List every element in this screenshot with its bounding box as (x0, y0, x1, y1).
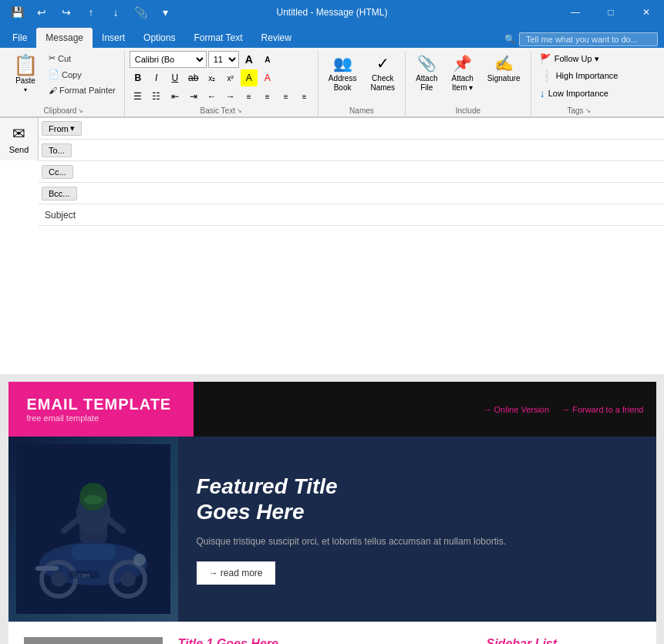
featured-desc: Quisque tristique suscipit orci, et lobo… (197, 534, 638, 549)
maximize-button[interactable]: □ (593, 0, 629, 25)
highlight-button[interactable]: A (241, 69, 258, 86)
format-painter-button[interactable]: 🖌 Format Painter (45, 83, 120, 97)
send-button[interactable]: ✉ Send (0, 118, 39, 160)
align-left-button[interactable]: ≡ (241, 88, 258, 105)
tab-options[interactable]: Options (134, 28, 184, 48)
cc-button[interactable]: Cc... (42, 165, 73, 179)
include-label: Include (410, 105, 526, 116)
basic-text-expander[interactable]: ↘ (237, 107, 242, 114)
numbering-button[interactable]: ☷ (148, 88, 165, 105)
attach-item-button[interactable]: 📌 AttachItem ▾ (446, 51, 478, 96)
font-name-select[interactable]: Calibri (Bo (130, 51, 207, 68)
redo-icon[interactable]: ↪ (56, 2, 77, 23)
bold-button[interactable]: B (130, 69, 147, 86)
check-names-label: CheckNames (370, 74, 395, 93)
subscript-button[interactable]: x₂ (204, 69, 221, 86)
ltr-button[interactable]: ← (204, 88, 221, 105)
bcc-input[interactable] (80, 185, 664, 202)
ribbon: 📋 Paste ▾ ✂ Cut 📄 Copy 🖌 Format (0, 48, 664, 117)
paste-button[interactable]: 📋 Paste ▾ (8, 51, 43, 97)
font-row-3: ☰ ☷ ⇤ ⇥ ← → ≡ ≡ ≡ ≡ (130, 88, 313, 105)
search-input[interactable] (519, 32, 658, 46)
bcc-label: Bcc... (49, 189, 70, 198)
attach-icon[interactable]: 📎 (130, 2, 151, 23)
featured-title: Featured TitleGoes Here (197, 474, 638, 525)
tab-message[interactable]: Message (36, 28, 93, 48)
paste-label: Paste (15, 76, 35, 85)
undo-icon[interactable]: ↩ (31, 2, 52, 23)
strikethrough-button[interactable]: ab (185, 69, 202, 86)
underline-button[interactable]: U (167, 69, 184, 86)
copy-button[interactable]: 📄 Copy (45, 67, 120, 82)
high-importance-button[interactable]: ❕ High Importance (536, 67, 622, 84)
to-button[interactable]: To... (42, 143, 72, 157)
align-right-button[interactable]: ≡ (278, 88, 295, 105)
email-header-links: Online Version Forward to a friend (194, 382, 656, 437)
featured-image: CBR (8, 437, 178, 622)
featured-content: Featured TitleGoes Here Quisque tristiqu… (178, 437, 656, 622)
cc-input[interactable] (76, 164, 664, 180)
basic-text-label: Basic Text ↘ (130, 105, 313, 116)
bullets-button[interactable]: ☰ (130, 88, 147, 105)
from-input[interactable] (85, 120, 664, 137)
signature-button[interactable]: ✍ Signature (482, 51, 526, 86)
tab-bar: File Message Insert Options Format Text … (0, 25, 664, 48)
names-content: 👥 AddressBook ✓ CheckNames (323, 51, 400, 105)
font-row-1: Calibri (Bo 11 A A (130, 51, 276, 68)
attach-file-button[interactable]: 📎 AttachFile (410, 51, 443, 96)
cut-button[interactable]: ✂ Cut (45, 51, 120, 66)
to-input[interactable] (75, 142, 664, 159)
clipboard-expander[interactable]: ↘ (78, 107, 83, 114)
send-label: Send (9, 145, 29, 154)
follow-up-label: Follow Up ▾ (554, 54, 599, 64)
bcc-button[interactable]: Bcc... (42, 187, 77, 201)
clipboard-label: Clipboard ↘ (8, 105, 120, 116)
svg-text:CBR: CBR (78, 573, 89, 578)
low-importance-button[interactable]: ↓ Low Importance (536, 85, 612, 102)
check-names-button[interactable]: ✓ CheckNames (365, 51, 400, 96)
clipboard-group: 📋 Paste ▾ ✂ Cut 📄 Copy 🖌 Format (3, 51, 125, 116)
tab-file[interactable]: File (3, 28, 36, 48)
save-icon[interactable]: 💾 (6, 2, 28, 23)
attach-item-label: AttachItem ▾ (451, 74, 473, 93)
read-more-button[interactable]: → read more (197, 561, 275, 585)
svg-rect-17 (24, 637, 163, 644)
follow-up-button[interactable]: 🚩 Follow Up ▾ (536, 51, 603, 66)
minimize-button[interactable]: — (558, 0, 593, 25)
superscript-button[interactable]: x² (222, 69, 239, 86)
close-button[interactable]: ✕ (629, 0, 664, 25)
italic-button[interactable]: I (148, 69, 165, 86)
subject-input[interactable] (100, 207, 664, 224)
increase-indent-button[interactable]: ⇥ (185, 88, 202, 105)
from-button[interactable]: From ▾ (42, 121, 82, 136)
font-size-select[interactable]: 11 (208, 51, 239, 68)
basic-text-content: Calibri (Bo 11 A A B I U ab x₂ x² A (130, 51, 313, 105)
svg-point-3 (84, 495, 103, 504)
more-icon[interactable]: ▾ (154, 2, 176, 23)
online-version-link[interactable]: Online Version (484, 405, 550, 414)
tab-review[interactable]: Review (252, 28, 301, 48)
justify-button[interactable]: ≡ (296, 88, 313, 105)
to-row: To... (39, 140, 664, 161)
address-book-button[interactable]: 👥 AddressBook (323, 51, 362, 96)
tab-insert[interactable]: Insert (93, 28, 134, 48)
address-book-icon: 👥 (333, 54, 352, 72)
include-group: 📎 AttachFile 📌 AttachItem ▾ ✍ Signature … (406, 51, 531, 116)
font-color-button[interactable]: A (259, 69, 276, 86)
forward-link[interactable]: Forward to a friend (561, 405, 643, 414)
decrease-indent-button[interactable]: ⇤ (167, 88, 184, 105)
article-image-svg (24, 637, 163, 644)
shrink-font-button[interactable]: A (259, 51, 276, 68)
tab-format-text[interactable]: Format Text (184, 28, 251, 48)
svg-rect-4 (79, 512, 107, 543)
rtl-button[interactable]: → (222, 88, 239, 105)
tags-expander[interactable]: ↘ (585, 107, 591, 114)
flag-icon: 🚩 (540, 53, 551, 64)
align-center-button[interactable]: ≡ (259, 88, 276, 105)
paste-arrow: ▾ (24, 86, 27, 93)
grow-font-button[interactable]: A (241, 51, 258, 68)
clipboard-small-buttons: ✂ Cut 📄 Copy 🖌 Format Painter (45, 51, 120, 97)
up-icon[interactable]: ↑ (80, 2, 102, 23)
down-icon[interactable]: ↓ (105, 2, 126, 23)
copy-icon: 📄 (49, 69, 59, 79)
